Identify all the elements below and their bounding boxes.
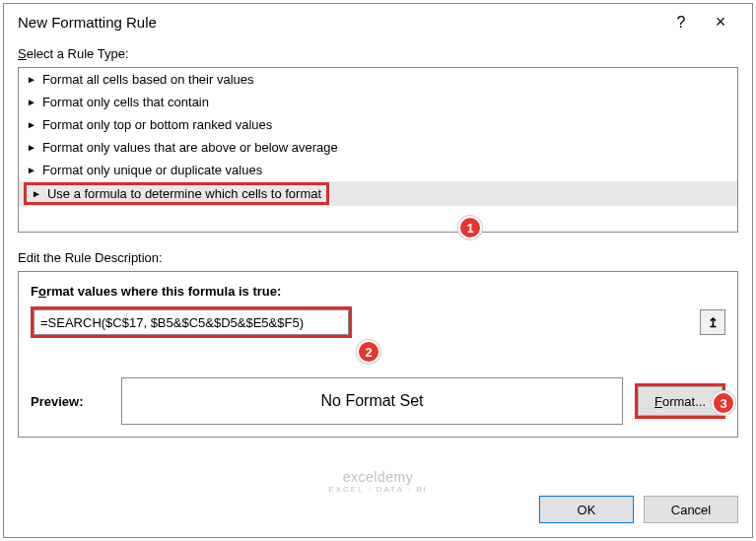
collapse-dialog-icon[interactable]: ↥ — [700, 309, 725, 335]
rule-type-label: Select a Rule Type: — [18, 46, 738, 61]
rule-type-item-label: Format only top or bottom ranked values — [42, 117, 272, 132]
bullet-icon: ► — [27, 143, 36, 153]
rule-type-item-label: Format only values that are above or bel… — [42, 140, 338, 155]
preview-label: Preview: — [31, 394, 109, 409]
formula-label: Format values where this formula is true… — [31, 284, 725, 299]
bullet-icon: ► — [27, 98, 36, 107]
preview-row: Preview: No Format Set Format... — [31, 377, 725, 425]
ok-button[interactable]: OK — [539, 496, 634, 523]
rule-type-list[interactable]: ► Format all cells based on their values… — [18, 67, 738, 233]
dialog-footer: OK Cancel — [4, 486, 752, 537]
annotation-badge-2: 2 — [357, 340, 380, 364]
window-title: New Formatting Rule — [18, 14, 661, 31]
highlight-box-2 — [31, 306, 352, 338]
rule-type-item[interactable]: ► Format all cells based on their values — [19, 68, 737, 91]
rule-type-item[interactable]: ► Format only values that are above or b… — [19, 136, 737, 159]
cancel-button[interactable]: Cancel — [644, 496, 738, 523]
help-icon[interactable]: ? — [661, 14, 701, 32]
bullet-icon: ► — [27, 75, 36, 85]
bullet-icon: ► — [32, 189, 41, 199]
formula-row: ↥ — [31, 306, 725, 338]
titlebar: New Formatting Rule ? × — [4, 4, 752, 40]
annotation-badge-1: 1 — [458, 216, 482, 239]
highlight-box-1: ► Use a formula to determine which cells… — [24, 182, 329, 205]
annotation-badge-3: 3 — [712, 391, 735, 415]
rule-type-item-label: Format only unique or duplicate values — [42, 163, 262, 177]
rule-type-item[interactable]: ► Format only cells that contain — [19, 91, 737, 113]
rule-type-item-label: Format only cells that contain — [42, 95, 209, 109]
rule-type-label-text: elect a Rule Type: — [27, 46, 129, 61]
preview-box: No Format Set — [121, 377, 623, 425]
bullet-icon: ► — [27, 120, 36, 130]
new-formatting-rule-dialog: New Formatting Rule ? × Select a Rule Ty… — [3, 3, 753, 538]
rule-type-item[interactable]: ► Format only top or bottom ranked value… — [19, 113, 737, 136]
edit-rule-label: Edit the Rule Description: — [18, 250, 738, 265]
rule-type-item-label: Use a formula to determine which cells t… — [47, 186, 321, 201]
formula-input[interactable] — [34, 309, 349, 335]
content-area: Select a Rule Type: ► Format all cells b… — [4, 40, 752, 486]
rule-type-item[interactable]: ► Format only unique or duplicate values — [19, 159, 737, 181]
close-icon[interactable]: × — [701, 12, 740, 33]
bullet-icon: ► — [27, 166, 36, 175]
rule-type-item-formula[interactable]: ► Use a formula to determine which cells… — [19, 181, 737, 206]
rule-type-label-accel: S — [18, 46, 27, 61]
rule-type-item-label: Format all cells based on their values — [42, 72, 254, 87]
format-button[interactable]: Format... — [638, 386, 722, 416]
